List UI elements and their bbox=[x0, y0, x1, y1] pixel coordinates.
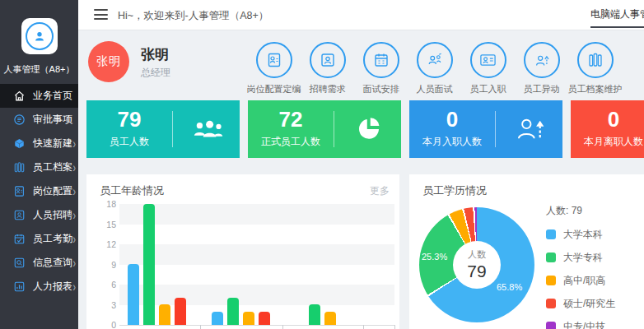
legend-swatch bbox=[546, 276, 556, 285]
hamburger-menu-icon[interactable] bbox=[94, 9, 108, 20]
y-axis-label: 0 bbox=[111, 320, 116, 329]
quick-actions-row: 岗位配置定编 招聘需求 面试安排 人员面试 员工入职 员工异动 bbox=[247, 42, 622, 95]
sidebar-item-label: 审批事项 bbox=[33, 113, 72, 127]
quick-action-onboarding[interactable]: 员工入职 bbox=[461, 42, 515, 95]
legend-item[interactable]: 高中/职高 bbox=[546, 274, 615, 287]
bar-orange-group2 bbox=[243, 312, 254, 325]
badge-icon bbox=[256, 42, 292, 78]
bar-orange-group1 bbox=[159, 304, 170, 325]
cube-icon bbox=[12, 137, 26, 151]
legend-item[interactable]: 中专/中技 bbox=[546, 320, 615, 329]
sidebar-item-label: 快速新建 bbox=[33, 137, 72, 151]
stat-card-total-employees[interactable]: 79 员工人数 bbox=[86, 100, 240, 158]
search-icon bbox=[12, 257, 26, 270]
quick-action-transfer[interactable]: 员工异动 bbox=[515, 42, 568, 95]
legend-item[interactable]: 硕士/研究生 bbox=[546, 297, 615, 310]
sidebar-item-label: 员工考勤 bbox=[33, 232, 72, 246]
grid-band bbox=[119, 244, 394, 265]
x-axis-tick bbox=[394, 325, 395, 329]
quick-action-label: 岗位配置定编 bbox=[247, 83, 301, 95]
person-up-arrow-icon bbox=[524, 42, 560, 78]
donut-center: 人数 79 bbox=[453, 241, 501, 289]
stat-value: 79 bbox=[86, 108, 172, 131]
stat-card-monthly-hires[interactable]: 0 本月入职人数 bbox=[409, 100, 562, 158]
stat-card-monthly-leavers[interactable]: 0 本月离职人数 bbox=[571, 100, 644, 158]
donut-percent-label: 65.8% bbox=[497, 282, 522, 292]
stat-value: 0 bbox=[409, 108, 495, 131]
stat-label: 正式员工人数 bbox=[248, 135, 334, 149]
person-frame-icon bbox=[310, 42, 346, 78]
legend-item[interactable]: 大学本科 bbox=[546, 228, 615, 241]
bar-blue-group1 bbox=[128, 264, 139, 325]
quick-action-label: 员工档案维护 bbox=[568, 83, 623, 95]
quick-action-interview[interactable]: 人员面试 bbox=[408, 42, 461, 95]
sidebar: 人事管理（A8+） 业务首页 审批事项 快速新建 › 员工档案 › bbox=[0, 0, 78, 329]
sidebar-item-attendance[interactable]: 员工考勤 › bbox=[0, 227, 78, 251]
person-frame-icon bbox=[12, 209, 26, 222]
people-group-icon bbox=[175, 100, 240, 158]
calendar-icon bbox=[363, 42, 399, 78]
quick-action-position-config[interactable]: 岗位配置定编 bbox=[247, 42, 301, 95]
x-axis-tick bbox=[282, 325, 283, 329]
sidebar-item-quick-create[interactable]: 快速新建 › bbox=[0, 132, 78, 155]
quick-action-recruit-need[interactable]: 招聘需求 bbox=[301, 42, 354, 95]
sidebar-item-hr-reports[interactable]: 人力报表 › bbox=[0, 275, 78, 299]
archive-books-icon bbox=[12, 161, 26, 174]
legend-label: 中专/中技 bbox=[563, 320, 605, 329]
y-axis-label: 15 bbox=[106, 220, 116, 229]
sidebar-item-label: 岗位配置 bbox=[33, 184, 72, 198]
app-logo[interactable] bbox=[21, 18, 58, 54]
divider bbox=[334, 111, 334, 147]
donut-center-label: 人数 bbox=[468, 248, 486, 261]
chevron-right-icon: › bbox=[72, 231, 75, 247]
sidebar-item-label: 业务首页 bbox=[33, 89, 72, 103]
grid-band bbox=[119, 285, 394, 305]
sidebar-item-label: 员工档案 bbox=[33, 160, 72, 174]
chevron-right-icon: › bbox=[72, 255, 75, 271]
y-axis-label: 9 bbox=[111, 260, 116, 270]
quick-action-file-maintain[interactable]: 员工档案维护 bbox=[568, 42, 622, 95]
chevron-right-icon: › bbox=[72, 183, 75, 199]
sidebar-item-employee-files[interactable]: 员工档案 › bbox=[0, 155, 78, 179]
sidebar-item-approvals[interactable]: 审批事项 bbox=[0, 108, 78, 132]
chevron-right-icon: › bbox=[72, 136, 75, 151]
x-axis-tick bbox=[200, 325, 201, 329]
education-legend: 人数: 79 大学本科 大学专科 高中/职高 硕士/研究生 中专/中技 bbox=[546, 204, 615, 329]
avatar[interactable]: 张明 bbox=[88, 41, 129, 82]
grid-band bbox=[119, 225, 394, 245]
archive-books-icon bbox=[577, 42, 614, 78]
topbar: Hi~，欢迎来到-人事管理（A8+） 电脑端人事管理 bbox=[78, 0, 644, 30]
stat-label: 本月离职人数 bbox=[571, 135, 644, 149]
x-axis-tick bbox=[363, 325, 364, 329]
device-tab-pc-hr[interactable]: 电脑端人事管理 bbox=[590, 7, 644, 28]
stat-value: 72 bbox=[248, 108, 334, 131]
sidebar-item-info-search[interactable]: 信息查询 › bbox=[0, 251, 78, 275]
sidebar-item-position-config[interactable]: 岗位配置 › bbox=[0, 179, 78, 203]
sidebar-item-label: 人力报表 bbox=[33, 280, 72, 294]
donut-center-value: 79 bbox=[467, 262, 486, 281]
more-link[interactable]: 更多 bbox=[370, 184, 390, 198]
sidebar-item-label: 信息查询 bbox=[33, 256, 72, 270]
age-chart-yaxis: 1815129630 bbox=[91, 204, 116, 325]
bar-green-group2 bbox=[227, 298, 239, 325]
chevron-right-icon: › bbox=[72, 207, 75, 223]
age-chart-plot bbox=[119, 204, 394, 326]
welcome-text: Hi~，欢迎来到-人事管理（A8+） bbox=[118, 9, 268, 23]
chevron-right-icon: › bbox=[72, 279, 75, 294]
stat-value: 0 bbox=[571, 108, 644, 131]
age-chart-title: 员工年龄情况 bbox=[100, 183, 164, 198]
quick-action-label: 面试安排 bbox=[363, 83, 399, 95]
grid-band bbox=[119, 265, 394, 285]
report-chart-icon bbox=[12, 280, 26, 294]
legend-title: 人数: 79 bbox=[546, 204, 615, 218]
sidebar-item-label: 人员招聘 bbox=[33, 208, 72, 222]
user-name: 张明 bbox=[141, 45, 169, 64]
stat-card-formal-employees[interactable]: 72 正式员工人数 bbox=[248, 100, 401, 158]
legend-item[interactable]: 大学专科 bbox=[546, 251, 615, 264]
sidebar-item-home[interactable]: 业务首页 bbox=[0, 84, 78, 108]
sidebar-item-recruiting[interactable]: 人员招聘 › bbox=[0, 203, 78, 227]
quick-action-interview-schedule[interactable]: 面试安排 bbox=[354, 42, 408, 95]
quick-action-label: 人员面试 bbox=[417, 83, 453, 95]
home-icon bbox=[12, 90, 26, 103]
bar-red-group1 bbox=[175, 298, 186, 325]
